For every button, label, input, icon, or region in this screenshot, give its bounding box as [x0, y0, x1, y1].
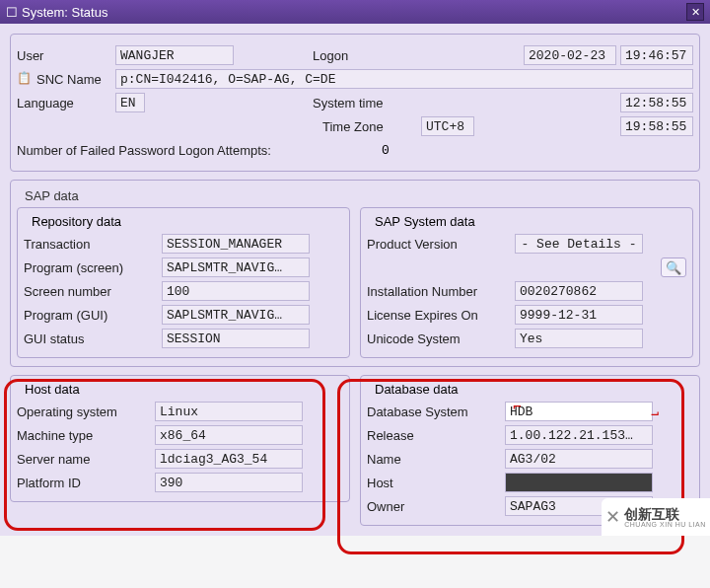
db-name-value: AG3/02: [505, 449, 653, 469]
screen-number-value: 100: [162, 281, 310, 301]
repository-data-group: Repository data TransactionSESSION_MANAG…: [17, 207, 350, 358]
watermark-brand: 创新互联: [624, 507, 706, 521]
platform-id-label: Platform ID: [17, 476, 155, 490]
product-version-value[interactable]: - See Details -: [515, 234, 643, 254]
snc-label: SNC Name: [36, 72, 115, 87]
sap-data-group: SAP data Repository data TransactionSESS…: [10, 180, 700, 367]
installation-number-label: Installation Number: [367, 284, 515, 299]
timezone-value: UTC+8: [421, 116, 474, 136]
installation-number-value: 0020270862: [515, 281, 643, 301]
timezone-label: Time Zone: [322, 119, 421, 134]
program-screen-value: SAPLSMTR_NAVIG…: [162, 257, 310, 277]
gui-status-value: SESSION: [162, 329, 310, 348]
language-label: Language: [17, 96, 115, 110]
language-value: EN: [115, 93, 145, 112]
db-name-label: Name: [367, 452, 505, 467]
unicode-system-label: Unicode System: [367, 331, 515, 346]
machine-type-value: x86_64: [155, 425, 303, 445]
failed-value: 0: [382, 143, 390, 158]
magnifier-icon: 🔍: [666, 260, 681, 275]
selection-marker-left-icon: ⌐: [513, 399, 521, 414]
db-host-label: Host: [367, 476, 505, 490]
program-gui-value: SAPLSMTR_NAVIG…: [162, 305, 310, 325]
sap-data-legend: SAP data: [21, 188, 83, 203]
license-expires-value: 9999-12-31: [515, 305, 643, 325]
general-info-group: User WANGJER Logon 2020-02-23 19:46:57 📋…: [10, 34, 700, 172]
snc-icon: 📋: [17, 71, 33, 87]
db-system-label: Database System: [367, 404, 505, 419]
release-label: Release: [367, 428, 505, 443]
server-name-value: ldciag3_AG3_54: [155, 449, 303, 469]
sap-system-data-group: SAP System data Product Version- See Det…: [360, 207, 693, 358]
window-title: System: Status: [22, 5, 107, 20]
close-button[interactable]: ✕: [686, 3, 704, 21]
host-data-group: Host data Operating systemLinux Machine …: [10, 375, 350, 502]
transaction-value: SESSION_MANAGER: [162, 234, 310, 254]
db-owner-label: Owner: [367, 499, 505, 514]
server-name-label: Server name: [17, 452, 155, 467]
watermark: ✕ 创新互联 CHUANG XIN HU LIAN: [602, 498, 710, 536]
title-bar: ☐ System: Status ✕: [0, 0, 710, 24]
license-expires-label: License Expires On: [367, 308, 515, 323]
watermark-logo-icon: ✕: [605, 506, 620, 528]
main-area: User WANGJER Logon 2020-02-23 19:46:57 📋…: [0, 24, 710, 536]
logon-date-value: 2020-02-23: [524, 45, 616, 65]
transaction-label: Transaction: [24, 237, 162, 252]
window-icon: ☐: [6, 5, 18, 20]
sap-system-legend: SAP System data: [371, 214, 479, 229]
gui-status-label: GUI status: [24, 331, 162, 346]
systime-label: System time: [313, 96, 421, 110]
systime-value: 12:58:55: [620, 93, 693, 112]
db-system-value[interactable]: HDB: [505, 402, 653, 421]
product-version-label: Product Version: [367, 237, 515, 252]
host-data-legend: Host data: [21, 382, 84, 397]
logon-label: Logon: [313, 48, 401, 63]
db-host-value: [505, 473, 653, 492]
logon-time-value: 19:46:57: [620, 45, 693, 65]
user-value: WANGJER: [115, 45, 234, 65]
machine-type-label: Machine type: [17, 428, 155, 443]
program-gui-label: Program (GUI): [24, 308, 162, 323]
repository-legend: Repository data: [28, 214, 125, 229]
platform-id-value: 390: [155, 473, 303, 492]
unicode-system-value: Yes: [515, 329, 643, 348]
release-value: 1.00.122.21.153…: [505, 425, 653, 445]
snc-value: p:CN=I042416, O=SAP-AG, C=DE: [115, 69, 693, 89]
program-screen-label: Program (screen): [24, 260, 162, 275]
watermark-sub: CHUANG XIN HU LIAN: [624, 521, 706, 528]
database-data-legend: Database data: [371, 382, 462, 397]
os-label: Operating system: [17, 404, 155, 419]
user-label: User: [17, 48, 115, 63]
failed-label: Number of Failed Password Logon Attempts…: [17, 143, 322, 158]
os-value: Linux: [155, 402, 303, 421]
details-button[interactable]: 🔍: [661, 257, 686, 277]
selection-marker-right-icon: ⌐: [651, 406, 659, 422]
close-icon: ✕: [691, 6, 700, 19]
timezone-time-value: 19:58:55: [620, 116, 693, 136]
screen-number-label: Screen number: [24, 284, 162, 299]
